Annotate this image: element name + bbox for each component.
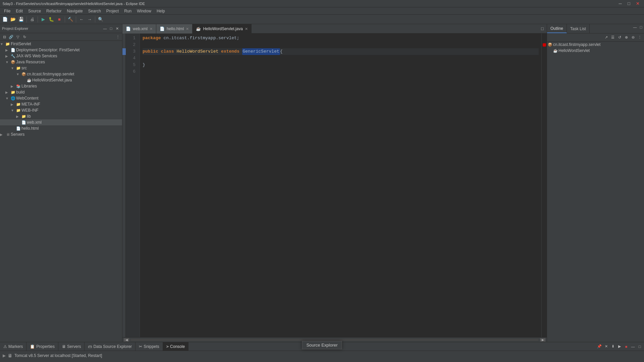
tree-item-web-inf[interactable]: ▼ 📁 WEB-INF <box>0 107 122 113</box>
menu-help[interactable]: Help <box>154 8 168 14</box>
forward-button[interactable]: → <box>86 16 93 23</box>
code-editor[interactable]: 1 2 3 4 5 6 package cn.itcast.firstmyapp… <box>122 34 547 337</box>
tab-tasklist[interactable]: Task List <box>567 24 590 33</box>
menu-run[interactable]: Run <box>121 8 134 14</box>
outline-minimize[interactable]: — <box>632 24 638 30</box>
restore-button[interactable]: □ <box>625 0 633 7</box>
code-content[interactable]: package cn.itcast.firstmyapp.servlet; pu… <box>140 34 541 337</box>
menu-project[interactable]: Project <box>104 8 121 14</box>
scroll-left[interactable]: ◀ <box>124 338 129 342</box>
tree-item-webxml[interactable]: ▶ 📄 web.xml <box>0 119 122 125</box>
tree-item-firstservlet[interactable]: ▼ 📁 FirstServlet <box>0 41 122 47</box>
menu-search[interactable]: Search <box>86 8 104 14</box>
outline-btn6[interactable]: ⋮ <box>637 35 643 41</box>
outline-btn3[interactable]: ↺ <box>616 35 623 41</box>
line-num-4: 4 <box>126 55 137 62</box>
new-button[interactable]: 📄 <box>1 16 9 23</box>
tab-datasource-icon: 🗃 <box>88 344 92 349</box>
tree-item-lib[interactable]: ▶ 📁 lib <box>0 113 122 119</box>
tab-datasource[interactable]: 🗃 Data Source Explorer <box>85 342 136 351</box>
outline-btn5[interactable]: ⊖ <box>630 35 636 41</box>
scroll-right[interactable]: ▶ <box>540 338 545 342</box>
run-button[interactable]: ▶ <box>40 16 47 23</box>
tab-snippets[interactable]: ✂ Snippets <box>136 342 163 351</box>
pe-link-editor[interactable]: 🔗 <box>8 34 14 40</box>
source-explorer-tab[interactable]: Source Explorer <box>302 341 342 349</box>
tree-item-hellowordservlet[interactable]: ▶ ☕ HelloWordServlet.java <box>0 77 122 83</box>
outline-item-class[interactable]: ☕ HelloWordServlet <box>547 48 644 54</box>
editor-maximize[interactable]: □ <box>539 25 546 32</box>
pe-menu[interactable]: ⋮ <box>115 34 121 40</box>
tab-webxml-close[interactable]: ✕ <box>150 27 153 31</box>
close-button[interactable]: ✕ <box>634 0 641 7</box>
menu-navigate[interactable]: Navigate <box>64 8 85 14</box>
tab-hellowordservlet[interactable]: ☕ HelloWordServlet.java ✕ <box>193 24 252 34</box>
search-button[interactable]: 🔍 <box>97 16 104 23</box>
tree-item-meta-inf[interactable]: ▶ 📁 META-INF <box>0 101 122 107</box>
tree-item-webcontent[interactable]: ▼ 🌐 WebContent <box>0 95 122 101</box>
tab-hellohtml[interactable]: 📄 hello.html ✕ <box>156 24 193 34</box>
tree-item-src[interactable]: ▼ 📁 src <box>0 65 122 71</box>
menu-file[interactable]: File <box>1 8 13 14</box>
pe-collapse-all[interactable]: ⊟ <box>1 34 7 40</box>
right-margin <box>541 34 547 337</box>
tab-hellohtml-close[interactable]: ✕ <box>186 27 189 31</box>
minimize-button[interactable]: ─ <box>616 0 624 7</box>
tab-properties-label: Properties <box>36 344 55 349</box>
project-tree: ▼ 📁 FirstServlet ▶ 📄 Deployment Descript… <box>0 41 122 342</box>
bottom-maximize[interactable]: □ <box>637 344 643 350</box>
toolbar: 📄 📂 💾 🖨 ▶ 🐛 ■ 🔨 ← → 🔍 <box>0 15 644 24</box>
tab-hellowordservlet-close[interactable]: ✕ <box>245 27 248 31</box>
tree-item-java-resources[interactable]: ▼ 📦 Java Resources <box>0 59 122 65</box>
pe-filter[interactable]: ▽ <box>15 34 21 40</box>
tree-item-package[interactable]: ▼ 📦 cn.itcast.firstmyapp.servlet <box>0 71 122 77</box>
tab-webxml-label: web.xml <box>133 26 148 31</box>
line-num-5: 5 <box>126 62 137 68</box>
outline-maximize[interactable]: □ <box>638 24 644 30</box>
pe-sync[interactable]: ↻ <box>21 34 28 40</box>
tab-properties[interactable]: 📋 Properties <box>26 342 58 351</box>
tree-item-jaxws[interactable]: ▶ 🔧 JAX-WS Web Services <box>0 53 122 59</box>
tab-hellohtml-label: hello.html <box>167 26 184 31</box>
tab-servers[interactable]: 🖥 Servers <box>58 342 85 351</box>
pe-close-btn[interactable]: ✕ <box>114 25 120 32</box>
console-scroll[interactable]: ⬇ <box>610 344 616 350</box>
titlebar: 5day3 - FirstServlet/src/cn/itcast/first… <box>0 0 644 7</box>
tab-outline[interactable]: Outline <box>547 24 567 33</box>
save-button[interactable]: 💾 <box>17 16 25 23</box>
tab-console-label: Console <box>170 344 185 349</box>
tree-item-deployment[interactable]: ▶ 📄 Deployment Descriptor: FirstServlet <box>0 47 122 53</box>
hscroll-track[interactable] <box>130 339 539 341</box>
tree-item-servers[interactable]: ▶ 🖥 Servers <box>0 131 122 137</box>
tab-markers[interactable]: ⚠ Markers <box>0 342 26 351</box>
outline-btn2[interactable]: ☰ <box>610 35 616 41</box>
outline-btn1[interactable]: ↗ <box>603 35 609 41</box>
stop-button[interactable]: ■ <box>56 16 63 23</box>
console-pin[interactable]: 📌 <box>596 344 602 350</box>
console-clear[interactable]: ✕ <box>603 344 609 350</box>
tree-item-build[interactable]: ▶ 📁 build <box>0 89 122 95</box>
console-run[interactable]: ▶ <box>616 344 623 350</box>
tree-item-libraries[interactable]: ▶ 📚 Libraries <box>0 83 122 89</box>
menu-edit[interactable]: Edit <box>13 8 25 14</box>
outline-btn4[interactable]: ⊕ <box>623 35 629 41</box>
open-button[interactable]: 📂 <box>9 16 17 23</box>
pe-maximize-btn[interactable]: □ <box>108 25 114 32</box>
tab-console[interactable]: > Console <box>163 342 189 351</box>
menu-window[interactable]: Window <box>134 8 154 14</box>
console-stop[interactable]: ■ <box>623 344 629 350</box>
print-button[interactable]: 🖨 <box>29 16 36 23</box>
tree-item-hellohtml[interactable]: ▶ 📄 hello.html <box>0 125 122 131</box>
build-button[interactable]: 🔨 <box>67 16 74 23</box>
bottom-minimize[interactable]: — <box>630 344 636 350</box>
tab-webxml[interactable]: 📄 web.xml ✕ <box>122 24 156 34</box>
menu-refactor[interactable]: Refactor <box>44 8 64 14</box>
back-button[interactable]: ← <box>78 16 85 23</box>
bookmark-gutter <box>122 34 126 337</box>
tab-outline-label: Outline <box>550 26 563 31</box>
code-line-3: public class HelloWordServlet extends Ge… <box>143 48 539 55</box>
pe-minimize-btn[interactable]: — <box>102 25 108 32</box>
menu-source[interactable]: Source <box>25 8 44 14</box>
debug-button[interactable]: 🐛 <box>48 16 55 23</box>
outline-item-package[interactable]: 📦 cn.itcast.firstmyapp.servlet <box>547 42 644 48</box>
